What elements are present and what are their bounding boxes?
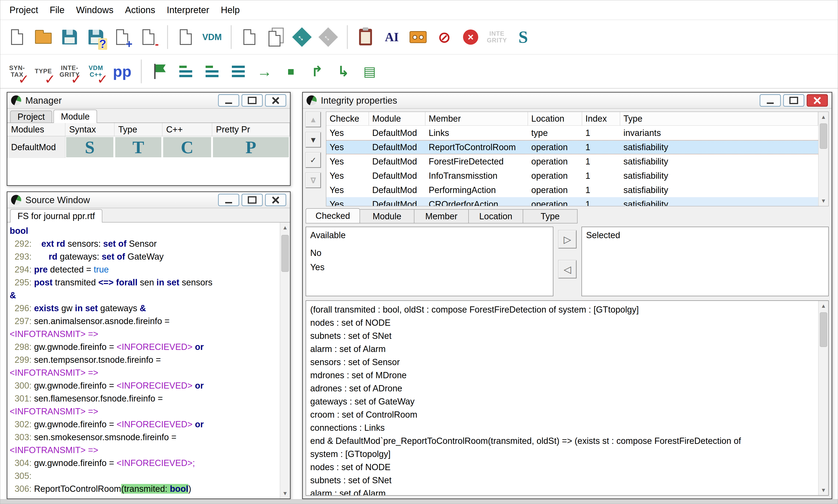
source-scrollbar-track[interactable]: [280, 233, 290, 488]
scroll-down-icon[interactable]: ▼: [819, 196, 828, 206]
font-settings-button[interactable]: AI: [379, 23, 404, 51]
step-return-up-button[interactable]: ↱: [304, 58, 330, 85]
integrity-property-row[interactable]: YesDefaultModForestFireDetectedoperation…: [326, 154, 818, 168]
new-page-button[interactable]: [237, 23, 262, 51]
new-project-button[interactable]: [4, 23, 30, 51]
integrity-check-button[interactable]: INTE-GRITY✓: [57, 58, 82, 85]
open-project-button[interactable]: [31, 23, 56, 51]
syntax-check-button[interactable]: SYN-TAX✓: [4, 58, 30, 85]
selected-list[interactable]: Selected: [581, 227, 829, 296]
integrity-property-row[interactable]: YesDefaultModLinkstype1invariants: [326, 126, 818, 140]
maximize-button[interactable]: [242, 194, 263, 206]
integrity-table-scrollbar-thumb[interactable]: [820, 124, 827, 149]
stack-level-button[interactable]: [173, 58, 198, 85]
integrity-column-header-module[interactable]: Module: [369, 112, 425, 125]
integrity-tool-button[interactable]: INTEGRITY: [484, 23, 510, 51]
move-to-selected-button[interactable]: ▷: [558, 230, 576, 248]
source-scrollbar-thumb[interactable]: [281, 235, 289, 272]
menu-item-windows[interactable]: Windows: [73, 5, 122, 15]
step-block-button[interactable]: [199, 58, 225, 85]
maximize-button[interactable]: [242, 94, 263, 107]
source-file-tab[interactable]: FS for journal ppr.rtf: [10, 209, 102, 222]
filter-properties-button[interactable]: ∇: [305, 173, 321, 188]
manager-titlebar[interactable]: Manager: [7, 93, 290, 109]
available-item-no[interactable]: No: [310, 246, 549, 260]
integrity-properties-table[interactable]: CheckeModuleMemberLocationIndexTypeYesDe…: [326, 111, 829, 206]
integrity-column-header-location[interactable]: Location: [528, 112, 582, 125]
integrity-column-header-member[interactable]: Member: [425, 112, 528, 125]
save-as-button[interactable]: ?: [83, 23, 108, 51]
filter-tab-type[interactable]: Type: [523, 209, 578, 223]
menu-item-actions[interactable]: Actions: [122, 5, 164, 15]
integrity-property-row[interactable]: YesDefaultModCROrderforActionoperation1s…: [326, 197, 818, 206]
status-cell-pretty-pr[interactable]: P: [212, 137, 290, 158]
options-button[interactable]: [405, 23, 431, 51]
step-line-button[interactable]: [226, 58, 251, 85]
scroll-up-icon[interactable]: ▲: [280, 222, 290, 233]
integrity-property-row[interactable]: YesDefaultModPerformingActionoperation1s…: [326, 183, 818, 197]
move-up-button[interactable]: ▲: [305, 112, 321, 127]
integrity-examiner-button[interactable]: S: [510, 23, 536, 51]
manager-tab-project[interactable]: Project: [10, 111, 52, 123]
scroll-down-icon[interactable]: ▼: [280, 488, 290, 499]
integrity-property-row[interactable]: YesDefaultModReportToControlRoomoperatio…: [326, 140, 818, 154]
step-return-down-button[interactable]: ↳: [331, 58, 356, 85]
minimize-button[interactable]: [218, 194, 239, 206]
pretty-print-button[interactable]: pp: [109, 58, 135, 85]
fit-window-button[interactable]: ↔: [289, 23, 315, 51]
integrity-titlebar[interactable]: Integrity properties: [303, 93, 832, 109]
debug-start-flag-button[interactable]: [147, 58, 172, 85]
scroll-up-icon[interactable]: ▲: [819, 301, 828, 311]
available-item-yes[interactable]: Yes: [310, 260, 549, 274]
close-button[interactable]: [807, 94, 828, 107]
copy-pages-button[interactable]: [263, 23, 288, 51]
menu-item-project[interactable]: Project: [7, 5, 47, 15]
integrity-column-header-index[interactable]: Index: [582, 112, 620, 125]
available-list[interactable]: Available NoYes: [305, 227, 553, 296]
check-property-button[interactable]: ✓: [305, 152, 321, 168]
menu-item-file[interactable]: File: [47, 5, 73, 15]
status-cell-c[interactable]: C: [162, 137, 212, 158]
filter-tab-member[interactable]: Member: [414, 209, 469, 223]
integrity-property-row[interactable]: YesDefaultModInfoTransmisstionoperation1…: [326, 168, 818, 183]
minimize-button[interactable]: [218, 94, 239, 107]
source-scrollbar[interactable]: ▲▼: [280, 222, 290, 499]
filter-tab-checked[interactable]: Checked: [305, 208, 360, 223]
integrity-column-header-checke[interactable]: Checke: [326, 112, 369, 125]
scroll-up-icon[interactable]: ▲: [819, 112, 828, 122]
fit-window-alt-button[interactable]: ↔: [315, 23, 341, 51]
integrity-column-header-type[interactable]: Type: [620, 112, 818, 125]
filter-tab-module[interactable]: Module: [360, 209, 414, 223]
source-titlebar[interactable]: Source Window: [7, 192, 290, 208]
expression-scrollbar[interactable]: ▲▼: [818, 301, 828, 495]
save-project-button[interactable]: [57, 23, 82, 51]
integrity-expression-view[interactable]: (forall transmited : bool, oldSt : compo…: [305, 300, 829, 496]
expression-scrollbar-track[interactable]: [819, 311, 828, 485]
module-row[interactable]: DefaultModSTCP: [7, 137, 290, 158]
continue-button[interactable]: →: [252, 58, 277, 85]
type-check-button[interactable]: TYPE✓: [31, 58, 56, 85]
minimize-button[interactable]: [760, 94, 781, 107]
cpp-codegen-button[interactable]: VDMC++✓: [83, 58, 108, 85]
expression-scrollbar-thumb[interactable]: [820, 312, 827, 347]
clipboard-button[interactable]: [353, 23, 378, 51]
integrity-table-scrollbar[interactable]: ▲▼: [818, 112, 828, 206]
close-button[interactable]: [265, 194, 286, 206]
status-cell-syntax[interactable]: S: [66, 137, 115, 158]
maximize-button[interactable]: [783, 94, 804, 107]
status-cell-type[interactable]: T: [115, 137, 162, 158]
source-editor[interactable]: bool 292: ext rd sensors: set of Sensor …: [7, 222, 290, 499]
vdm-syntax-button[interactable]: VDM: [199, 23, 225, 51]
close-button[interactable]: [265, 94, 286, 107]
stop-process-button[interactable]: ×: [458, 23, 483, 51]
disable-checks-button[interactable]: ⊘: [432, 23, 457, 51]
call-stack-list-button[interactable]: ▤: [357, 58, 382, 85]
add-file-button[interactable]: +: [109, 23, 135, 51]
move-to-available-button[interactable]: ◁: [558, 260, 576, 278]
scroll-down-icon[interactable]: ▼: [819, 485, 828, 495]
manager-tab-module[interactable]: Module: [53, 110, 97, 123]
move-down-button[interactable]: ▼: [305, 132, 321, 147]
menu-item-interpreter[interactable]: Interpreter: [164, 5, 218, 15]
integrity-table-scrollbar-track[interactable]: [819, 122, 828, 196]
filter-tab-location[interactable]: Location: [469, 209, 523, 223]
